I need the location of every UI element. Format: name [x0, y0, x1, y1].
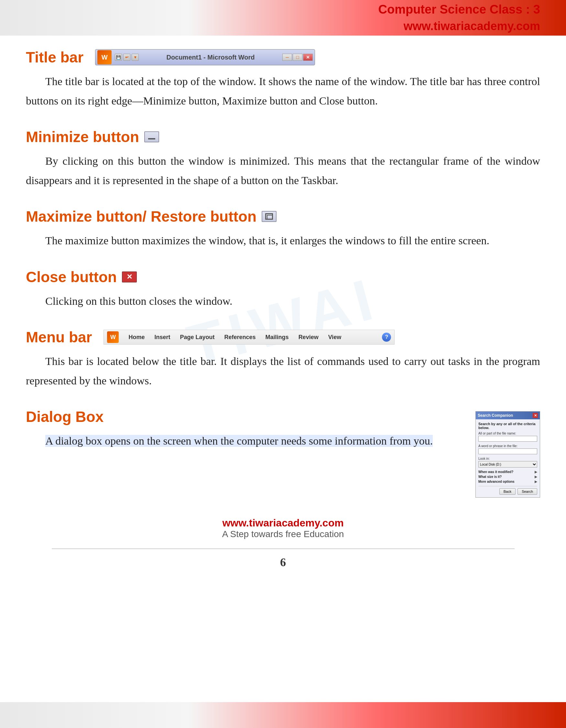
- dialog-phrase-input[interactable]: [478, 448, 537, 454]
- menu-item-home: Home: [128, 334, 145, 341]
- maximize-heading: Maximize button/ Restore button: [26, 208, 540, 225]
- maximize-inner-square: [267, 215, 273, 219]
- menubar-body: This bar is located below the title bar.…: [26, 352, 540, 390]
- dialog-buttons: Back Search: [478, 486, 537, 495]
- maximize-button-icon: [262, 211, 277, 222]
- dialog-search-heading: Search by any or all of the criteria bel…: [478, 422, 537, 430]
- dialog-advanced-row[interactable]: More advanced options ▶: [478, 480, 537, 483]
- help-icon: ?: [382, 333, 391, 342]
- dialog-box-container: Search Companion ✕ Search by any or all …: [475, 411, 540, 498]
- dialogbox-section: Search Companion ✕ Search by any or all …: [26, 408, 540, 498]
- dialog-search-button[interactable]: Search: [517, 488, 537, 495]
- minimize-heading: Minimize button: [26, 128, 540, 146]
- dialog-body: Search by any or all of the criteria bel…: [476, 419, 540, 497]
- minimize-button-icon: [144, 131, 159, 142]
- dialog-phrase-label: A word or phrase in the file:: [478, 444, 537, 448]
- minimize-body: By clicking on this button the window is…: [26, 151, 540, 190]
- close-heading: Close button ✕: [26, 268, 540, 286]
- footer: www.tiwariacademy.com A Step towards fre…: [26, 517, 540, 546]
- dialogbox-body: A dialog box opens on the screen when th…: [26, 431, 540, 451]
- titlebar-section: Title bar W 💾 ↩ ▾ Document1 - Microsoft …: [26, 49, 540, 110]
- header-text-block: Computer Science Class : 3 www.tiwariaca…: [378, 1, 540, 35]
- menubar-section: Menu bar W Home Insert Page Layout Refer…: [26, 328, 540, 390]
- dialogbox-heading: Dialog Box: [26, 408, 462, 425]
- minimize-section: Minimize button By clicking on this butt…: [26, 128, 540, 190]
- quick-access-btn-3: ▾: [132, 54, 139, 61]
- dialog-filename-label: All or part of the file name:: [478, 432, 537, 435]
- titlebar-left-controls: 💾 ↩ ▾: [115, 54, 139, 61]
- dialog-back-button[interactable]: Back: [499, 488, 516, 495]
- titlebar-document-name: Document1 - Microsoft Word: [139, 54, 283, 61]
- titlebar-body: The title bar is located at the top of t…: [26, 72, 540, 110]
- dialog-size-row[interactable]: What size is it? ▶: [478, 475, 537, 479]
- menubar-illustration: W Home Insert Page Layout References Mai…: [104, 330, 394, 345]
- dialog-modified-label: When was it modified?: [478, 470, 513, 474]
- header-bar: Computer Science Class : 3 www.tiwariaca…: [0, 0, 566, 36]
- dialog-filename-input[interactable]: [478, 436, 537, 442]
- dialog-advanced-arrow: ▶: [535, 480, 537, 483]
- menubar-office-icon: W: [107, 331, 119, 343]
- header-title: Computer Science Class : 3: [378, 1, 540, 18]
- office-icon: W: [97, 50, 112, 64]
- titlebar-illustration: W 💾 ↩ ▾ Document1 - Microsoft Word ─ □ ✕: [95, 49, 315, 65]
- dialog-title-text: Search Companion: [478, 413, 513, 418]
- dialog-lookin-row: Local Disk (D:): [478, 461, 537, 468]
- quick-access-btn-1: 💾: [115, 54, 122, 61]
- dialog-lookin-select[interactable]: Local Disk (D:): [478, 461, 537, 468]
- main-content: TIWAI Title bar W 💾 ↩ ▾ Document1 - Micr…: [0, 36, 566, 608]
- maximize-outer-square: [265, 213, 273, 220]
- dialogbox-body-text: A dialog box opens on the screen when th…: [45, 435, 433, 447]
- page-number: 6: [26, 556, 540, 569]
- dialog-modified-row[interactable]: When was it modified? ▶: [478, 470, 537, 474]
- header-website: www.tiwariacademy.com: [378, 18, 540, 34]
- close-body: Clicking on this button closes the windo…: [26, 292, 540, 311]
- bottom-bar: [0, 702, 566, 728]
- dialog-box: Search Companion ✕ Search by any or all …: [475, 411, 540, 498]
- menu-item-insert: Insert: [154, 334, 170, 341]
- dialog-title-bar: Search Companion ✕: [476, 412, 540, 419]
- close-button-icon: ✕: [122, 271, 137, 282]
- quick-access-btn-2: ↩: [123, 54, 130, 61]
- minimize-control[interactable]: ─: [283, 54, 292, 61]
- dialog-lookin-label: Look in:: [478, 457, 537, 460]
- dialog-modified-arrow: ▶: [535, 470, 537, 474]
- dialog-size-label: What size is it?: [478, 475, 502, 479]
- menu-item-pagelayout: Page Layout: [180, 334, 215, 341]
- menu-item-view: View: [328, 334, 341, 341]
- restore-control[interactable]: □: [293, 54, 302, 61]
- minimize-line: [148, 138, 155, 139]
- menu-item-review: Review: [298, 334, 318, 341]
- footer-divider: [52, 548, 515, 549]
- dialog-close-button[interactable]: ✕: [533, 413, 538, 418]
- close-section: Close button ✕ Clicking on this button c…: [26, 268, 540, 311]
- maximize-section: Maximize button/ Restore button The maxi…: [26, 208, 540, 250]
- menu-item-mailings: Mailings: [266, 334, 289, 341]
- footer-tagline: A Step towards free Education: [26, 529, 540, 539]
- dialog-advanced-label: More advanced options: [478, 480, 515, 483]
- titlebar-heading: Title bar W 💾 ↩ ▾ Document1 - Microsoft …: [26, 49, 540, 66]
- dialog-size-arrow: ▶: [535, 475, 537, 479]
- menu-item-references: References: [225, 334, 256, 341]
- window-controls: ─ □ ✕: [283, 54, 313, 61]
- close-control[interactable]: ✕: [303, 54, 313, 61]
- footer-website: www.tiwariacademy.com: [26, 517, 540, 529]
- menubar-heading: Menu bar W Home Insert Page Layout Refer…: [26, 328, 540, 346]
- maximize-body: The maximize button maximizes the window…: [26, 231, 540, 250]
